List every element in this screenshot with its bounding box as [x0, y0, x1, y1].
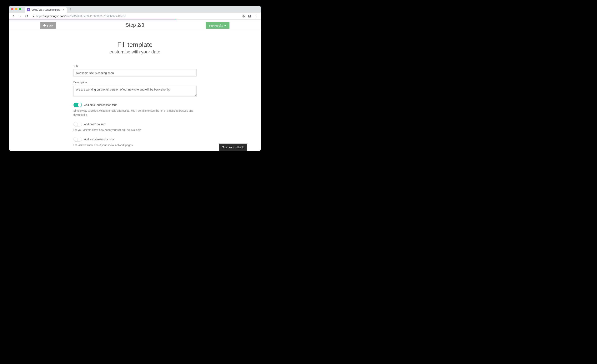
toggle-row-down-counter: Add down counter: [73, 122, 196, 126]
url-input[interactable]: https://app.cmngsn.com/site/8445f650-be8…: [30, 15, 241, 18]
menu-icon[interactable]: [254, 15, 258, 18]
svg-point-4: [256, 17, 256, 17]
reload-icon: [25, 15, 28, 18]
account-icon[interactable]: [248, 15, 251, 18]
url-host: app.cmngsn.com: [44, 15, 65, 18]
toggle-email-subscription-label: Add email subscription form: [84, 103, 118, 107]
toggle-down-counter[interactable]: [73, 122, 82, 126]
tab-close-icon[interactable]: ×: [62, 8, 65, 11]
minimize-window-button[interactable]: [15, 8, 17, 10]
svg-point-1: [249, 15, 250, 16]
url-text: https://app.cmngsn.com/site/8445f650-be8…: [36, 15, 126, 18]
url-scheme: https://: [36, 15, 44, 18]
nav-back-button[interactable]: [11, 14, 16, 19]
toggle-down-counter-help: Let you visitors know how soon your site…: [73, 128, 196, 132]
page-subheading: customise with your date: [110, 49, 160, 54]
browser-tab[interactable]: m CMNGSN :: Select template ×: [25, 7, 67, 13]
toggle-email-subscription-help: Simple way to collect visitors emails ad…: [73, 109, 196, 117]
address-bar: https://app.cmngsn.com/site/8445f650-be8…: [9, 13, 261, 20]
description-label: Description: [73, 81, 196, 84]
tab-title: CMNGSN :: Select template: [31, 8, 60, 11]
toggle-row-email-subscription: Add email subscription form: [73, 103, 196, 107]
page-heading: Fill template: [117, 41, 152, 48]
see-results-button[interactable]: See results: [206, 22, 229, 29]
nav-forward-button[interactable]: [17, 14, 23, 19]
maximize-window-button[interactable]: [19, 8, 21, 10]
browser-right-icons: [242, 15, 259, 18]
close-window-button[interactable]: [11, 8, 14, 10]
content-area: Fill template customise with your date T…: [9, 30, 261, 151]
browser-window: m CMNGSN :: Select template × + https://…: [9, 6, 261, 151]
toggle-email-subscription[interactable]: [73, 103, 82, 107]
svg-point-2: [256, 15, 256, 15]
step-title: Step 2/3: [126, 22, 144, 28]
window-controls: [11, 8, 21, 10]
back-button[interactable]: 🡰 Back: [40, 22, 56, 29]
page-content: 🡰 Back Step 2/3 See results Fill templat…: [9, 20, 261, 151]
new-tab-button[interactable]: +: [68, 7, 73, 12]
toggle-social-links-label: Add social networks links: [84, 138, 114, 141]
arrow-left-icon: [12, 15, 15, 18]
arrow-left-icon: 🡰: [43, 24, 46, 27]
title-input[interactable]: [73, 69, 196, 77]
svg-point-3: [256, 16, 256, 16]
toggle-row-social-links: Add social networks links: [73, 137, 196, 142]
see-results-label: See results: [208, 24, 223, 27]
feedback-button[interactable]: Send us feedback: [219, 144, 247, 151]
toggle-down-counter-label: Add down counter: [84, 123, 106, 126]
lock-icon: [32, 15, 35, 17]
toggle-social-links[interactable]: [73, 137, 82, 142]
check-icon: [224, 24, 227, 27]
arrow-right-icon: [18, 15, 22, 18]
title-label: Title: [73, 64, 196, 67]
translate-icon[interactable]: [242, 15, 245, 18]
description-input[interactable]: We are working on the full version of ou…: [73, 86, 196, 96]
tab-favicon-icon: m: [27, 8, 30, 11]
reload-button[interactable]: [24, 14, 29, 19]
tab-strip: m CMNGSN :: Select template × +: [9, 6, 261, 13]
step-header: 🡰 Back Step 2/3 See results: [9, 20, 261, 30]
template-form: Title Description We are working on the …: [73, 64, 196, 151]
toggle-social-links-help: Let visitors know about your social netw…: [73, 143, 196, 147]
back-button-label: Back: [47, 24, 53, 27]
url-path: /site/8445f650-be83-11e8-9029-7f0d0babba…: [65, 15, 126, 18]
